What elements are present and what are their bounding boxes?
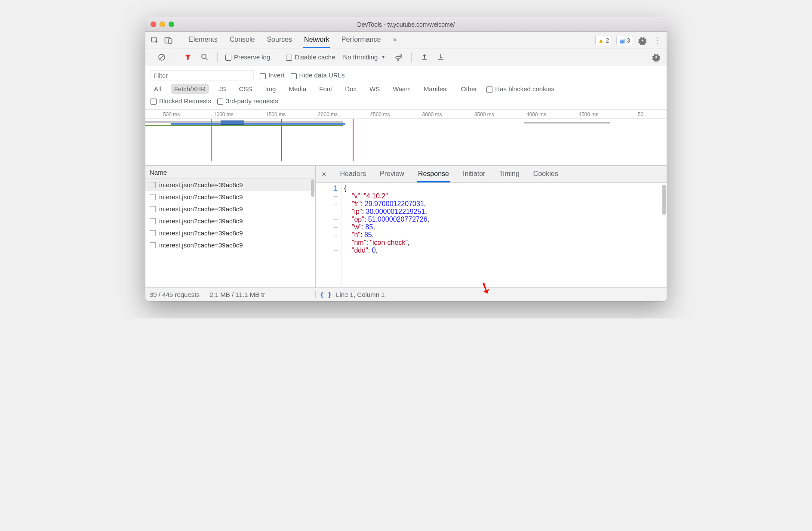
preserve-log-checkbox[interactable]: Preserve log [225, 53, 270, 61]
file-icon [150, 206, 156, 212]
load-event-marker [353, 119, 354, 161]
filter-input[interactable] [151, 70, 254, 80]
clear-icon[interactable] [157, 52, 167, 62]
third-party-checkbox[interactable]: 3rd-party requests [217, 97, 278, 105]
filter-type-img[interactable]: Img [261, 84, 279, 94]
request-row[interactable]: interest.json?cache=39ac8c9 [145, 239, 315, 251]
hide-data-urls-checkbox[interactable]: Hide data URLs [291, 71, 345, 79]
request-row[interactable]: interest.json?cache=39ac8c9 [145, 227, 315, 239]
response-body[interactable]: 1–––––––– { "v": "4.10.2", "fr": 29.9700… [316, 183, 667, 287]
network-conditions-icon[interactable] [393, 52, 403, 62]
detail-tab-preview[interactable]: Preview [379, 167, 405, 182]
close-detail-icon[interactable]: × [322, 170, 326, 179]
request-row[interactable]: interest.json?cache=39ac8c9 [145, 215, 315, 227]
timeline-body [145, 118, 667, 161]
svg-line-5 [160, 55, 164, 59]
more-tabs-button[interactable]: » [392, 32, 397, 48]
detail-tab-cookies[interactable]: Cookies [532, 167, 559, 182]
filter-icon[interactable] [183, 52, 193, 62]
disable-cache-checkbox[interactable]: Disable cache [286, 53, 335, 61]
timeline-ticks: 500 ms 1000 ms 1500 ms 2000 ms 2500 ms 3… [145, 110, 667, 118]
detail-tab-response[interactable]: Response [417, 167, 450, 182]
scrollbar-thumb[interactable] [311, 179, 314, 197]
inspect-element-icon[interactable] [150, 35, 160, 46]
blocked-cookies-checkbox[interactable]: Has blocked cookies [486, 85, 554, 93]
filter-type-fetch-xhr[interactable]: Fetch/XHR [171, 84, 209, 94]
invert-checkbox[interactable]: Invert [260, 71, 285, 79]
timeline-bar [171, 123, 345, 125]
timeline-bar [145, 121, 343, 123]
file-icon [150, 218, 156, 224]
filter-section: Invert Hide data URLs All Fetch/XHR JS C… [145, 65, 667, 110]
filter-type-doc[interactable]: Doc [341, 84, 360, 94]
tab-sources[interactable]: Sources [266, 32, 293, 48]
scrollbar-thumb[interactable] [662, 185, 666, 215]
settings-gear-icon[interactable] [637, 35, 648, 46]
svg-rect-11 [438, 59, 443, 60]
request-summary: 39 / 445 requests 2.1 MB / 11.1 MB tr [145, 291, 316, 298]
request-row[interactable]: interest.json?cache=39ac8c9 [145, 203, 315, 215]
network-toolbar: Preserve log Disable cache No throttling… [145, 49, 667, 65]
file-icon [150, 242, 156, 248]
detail-tab-headers[interactable]: Headers [339, 167, 367, 182]
search-icon[interactable] [199, 52, 209, 62]
issues-info-badge[interactable]: ▤3 [616, 36, 633, 45]
detail-tab-timing[interactable]: Timing [498, 167, 520, 182]
request-detail-pane: × Headers Preview Response Initiator Tim… [316, 166, 667, 287]
titlebar: DevTools - tv.youtube.com/welcome/ [145, 17, 667, 32]
svg-rect-2 [169, 39, 172, 43]
filter-type-css[interactable]: CSS [236, 84, 256, 94]
minimize-window-button[interactable] [160, 22, 165, 27]
timeline-selection[interactable] [221, 120, 244, 125]
file-icon [150, 230, 156, 236]
filter-type-all[interactable]: All [151, 84, 165, 94]
request-row[interactable]: interest.json?cache=39ac8c9 [145, 179, 315, 191]
tab-console[interactable]: Console [229, 32, 256, 48]
filter-type-wasm[interactable]: Wasm [389, 84, 414, 94]
svg-point-3 [642, 39, 644, 41]
request-list-pane: Name interest.json?cache=39ac8c9 interes… [145, 166, 316, 287]
detail-tab-initiator[interactable]: Initiator [462, 167, 486, 182]
request-list[interactable]: interest.json?cache=39ac8c9 interest.jso… [145, 179, 315, 287]
filter-type-js[interactable]: JS [215, 84, 230, 94]
window-title: DevTools - tv.youtube.com/welcome/ [145, 21, 667, 28]
svg-point-12 [655, 56, 658, 58]
svg-rect-10 [422, 59, 427, 60]
pretty-print-button[interactable]: { } [320, 291, 332, 299]
file-icon [150, 194, 156, 200]
filter-type-media[interactable]: Media [285, 84, 310, 94]
traffic-lights [151, 22, 174, 27]
panel-tabs: Elements Console Sources Network Perform… [188, 32, 592, 48]
file-icon [150, 182, 156, 188]
request-row[interactable]: interest.json?cache=39ac8c9 [145, 191, 315, 203]
export-har-icon[interactable] [436, 52, 446, 62]
kebab-menu-icon[interactable]: ⋮ [652, 35, 662, 46]
filter-type-font[interactable]: Font [316, 84, 335, 94]
zoom-window-button[interactable] [169, 22, 174, 27]
filter-type-manifest[interactable]: Manifest [420, 84, 452, 94]
name-column-header[interactable]: Name [145, 166, 315, 179]
svg-point-6 [201, 54, 206, 59]
throttling-select[interactable]: No throttling▼ [341, 52, 387, 62]
device-toggle-icon[interactable] [163, 35, 174, 46]
marker-line [281, 119, 282, 161]
network-settings-gear-icon[interactable] [651, 52, 661, 62]
filter-type-other[interactable]: Other [458, 84, 481, 94]
svg-point-8 [398, 59, 399, 61]
filter-type-ws[interactable]: WS [366, 84, 383, 94]
tab-performance[interactable]: Performance [341, 32, 382, 48]
network-main: Name interest.json?cache=39ac8c9 interes… [145, 166, 667, 287]
blocked-requests-checkbox[interactable]: Blocked Requests [151, 97, 211, 105]
main-toolbar: Elements Console Sources Network Perform… [145, 32, 667, 49]
tab-elements[interactable]: Elements [188, 32, 218, 48]
dom-content-loaded-marker [211, 119, 212, 161]
tab-network[interactable]: Network [303, 32, 330, 48]
cursor-position: Line 1, Column 1 [336, 291, 384, 298]
line-gutter: 1–––––––– [316, 183, 341, 287]
detail-tabs: × Headers Preview Response Initiator Tim… [316, 166, 667, 183]
import-har-icon[interactable] [419, 52, 430, 62]
timeline-bar [524, 122, 610, 123]
timeline-overview[interactable]: 500 ms 1000 ms 1500 ms 2000 ms 2500 ms 3… [145, 110, 667, 166]
issues-warning-badge[interactable]: ▲2 [595, 36, 612, 45]
close-window-button[interactable] [151, 22, 156, 27]
